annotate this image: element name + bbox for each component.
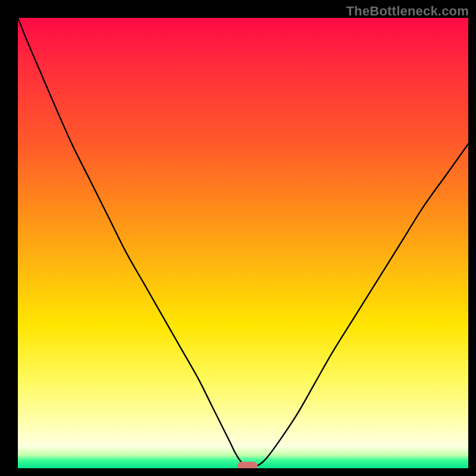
attribution-label: TheBottleneck.com (346, 4, 469, 19)
plot-area (18, 18, 468, 468)
chart-frame: TheBottleneck.com (0, 0, 476, 476)
bottleneck-curve (18, 18, 468, 468)
optimum-marker (237, 462, 258, 468)
